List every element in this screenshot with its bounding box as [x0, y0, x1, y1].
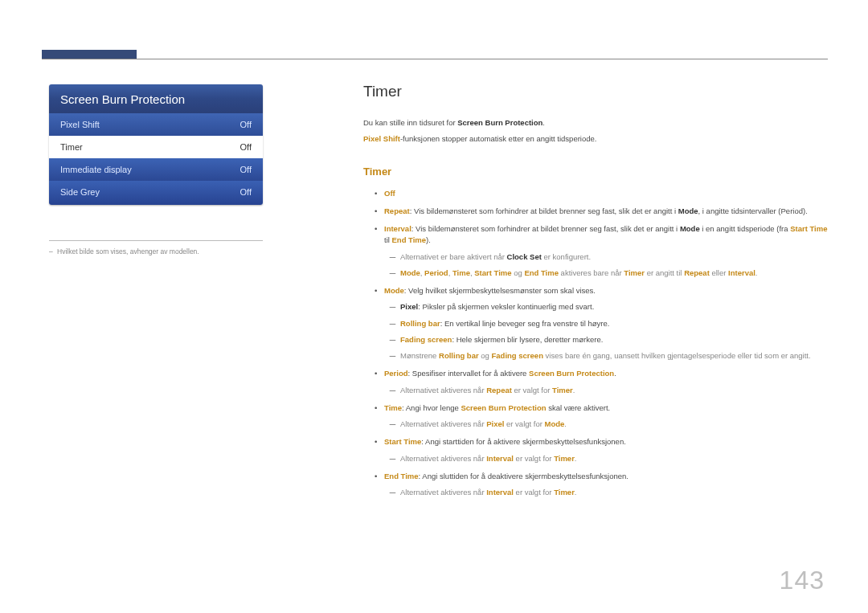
footnote-separator — [49, 240, 263, 241]
start-time-note: Alternativet aktiveres når Interval er v… — [400, 453, 829, 464]
panel-row-timer[interactable]: Timer Off — [49, 136, 263, 158]
row-label: Pixel Shift — [60, 120, 100, 129]
panel-row-immediate-display[interactable]: Immediate display Off — [49, 158, 263, 181]
row-label: Side Grey — [60, 187, 100, 197]
time-note: Alternativet aktiveres når Pixel er valg… — [400, 419, 829, 430]
intro-line-2: Pixel Shift-funksjonen stopper automatis… — [363, 133, 829, 145]
option-interval: Interval: Vis bildemønsteret som forhind… — [384, 223, 829, 279]
option-start-time: Start Time: Angi starttiden for å aktive… — [384, 436, 829, 464]
end-time-note: Alternativet aktiveres når Interval er v… — [400, 487, 829, 498]
row-label: Immediate display — [60, 165, 132, 174]
panel-title: Screen Burn Protection — [49, 84, 263, 113]
screen-burn-panel: Screen Burn Protection Pixel Shift Off T… — [49, 84, 263, 205]
top-rule — [42, 50, 828, 59]
option-end-time: End Time: Angi sluttiden for å deaktiver… — [384, 471, 829, 499]
main-content: Timer Du kan stille inn tidsuret for Scr… — [363, 80, 829, 505]
mode-note: Mønstrene Rolling bar og Fading screen v… — [400, 350, 829, 362]
mode-pixel: Pixel: Piksler på skjermen veksler konti… — [400, 301, 829, 313]
row-value: Off — [240, 120, 252, 129]
option-off: Off — [384, 188, 829, 199]
subheading-timer: Timer — [363, 164, 829, 180]
row-value: Off — [240, 187, 252, 197]
option-mode: Mode: Velg hvilket skjermbeskyttelsesmøn… — [384, 285, 829, 362]
panel-row-side-grey[interactable]: Side Grey Off — [49, 181, 263, 205]
footnote-text: Hvilket bilde som vises, avhenger av mod… — [49, 247, 263, 255]
mode-rolling-bar: Rolling bar: En vertikal linje beveger s… — [400, 318, 829, 329]
page-number: 143 — [780, 566, 825, 595]
intro-line-1: Du kan stille inn tidsuret for Screen Bu… — [363, 117, 829, 129]
row-value: Off — [240, 165, 252, 174]
row-label: Timer — [60, 142, 83, 152]
option-repeat: Repeat: Vis bildemønsteret som forhindre… — [384, 206, 829, 217]
mode-fading-screen: Fading screen: Hele skjermen blir lysere… — [400, 334, 829, 345]
timer-options-list: Off Repeat: Vis bildemønsteret som forhi… — [363, 188, 829, 499]
page-heading: Timer — [363, 80, 829, 104]
panel-row-pixel-shift[interactable]: Pixel Shift Off — [49, 113, 263, 136]
option-time: Time: Angi hvor lenge Screen Burn Protec… — [384, 403, 829, 431]
period-note: Alternativet aktiveres når Repeat er val… — [400, 385, 829, 396]
note-clock-set: Alternativet er bare aktivert når Clock … — [400, 251, 829, 263]
row-value: Off — [240, 142, 252, 152]
option-period: Period: Spesifiser intervallet for å akt… — [384, 368, 829, 396]
note-mode-period-time: Mode, Period, Time, Start Time og End Ti… — [400, 268, 829, 279]
